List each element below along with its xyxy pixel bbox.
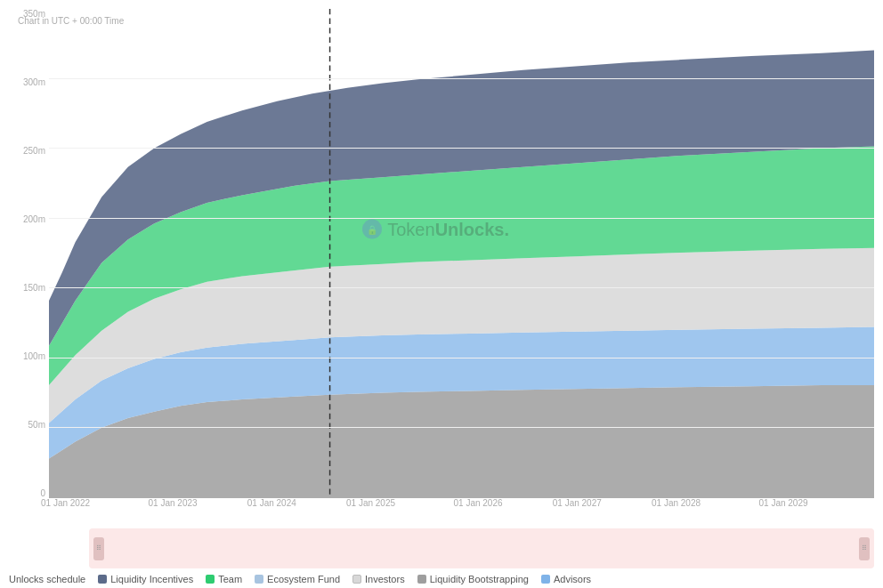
watermark-icon: 🔒 xyxy=(362,220,382,239)
legend-label-liquidity-incentives: Liquidity Incentives xyxy=(110,574,193,584)
legend-item-team: Team xyxy=(206,574,242,584)
y-axis: 0 50m 100m 150m 200m 250m 300m 350m xyxy=(9,9,49,525)
legend-label-ecosystem-fund: Ecosystem Fund xyxy=(267,574,340,584)
y-label: 50m xyxy=(9,420,49,430)
scrollbar-track xyxy=(104,528,859,568)
legend-item-liquidity-bootstrapping: Liquidity Bootstrapping xyxy=(417,574,529,584)
y-label: 250m xyxy=(9,146,49,156)
y-label: 300m xyxy=(9,77,49,87)
y-label: 100m xyxy=(9,351,49,361)
legend-dot-liquidity-incentives xyxy=(98,575,107,584)
legend-label-investors: Investors xyxy=(365,574,405,584)
y-label: 200m xyxy=(9,214,49,224)
legend-dot-liquidity-bootstrapping xyxy=(417,575,426,584)
legend-label-advisors: Advisors xyxy=(554,574,591,584)
x-label-2028: 01 Jan 2028 xyxy=(652,498,701,508)
chart-area: Chart in UTC + 00:00 Time 0 50m 100m 150… xyxy=(9,9,874,525)
legend-label-liquidity-bootstrapping: Liquidity Bootstrapping xyxy=(430,574,529,584)
legend-dot-investors xyxy=(352,575,361,584)
x-label-2026: 01 Jan 2026 xyxy=(454,498,503,508)
watermark-text: TokenUnlocks. xyxy=(387,219,509,239)
legend-dot-ecosystem-fund xyxy=(255,575,263,584)
x-axis: 01 Jan 2022 01 Jan 2023 01 Jan 2024 01 J… xyxy=(49,498,874,525)
y-label: 350m xyxy=(9,9,49,19)
x-label-2022: 01 Jan 2022 xyxy=(41,498,90,508)
scrollbar-handle-left[interactable]: ⠿ xyxy=(93,537,104,560)
legend-item-advisors: Advisors xyxy=(541,574,591,584)
chart-inner: Today 🔒 TokenUnlocks. Today xyxy=(49,9,874,498)
stacked-area-chart: Today xyxy=(49,9,874,498)
scrollbar-handle-right[interactable]: ⠿ xyxy=(859,537,870,560)
x-label-2029: 01 Jan 2029 xyxy=(758,498,807,508)
legend: Unlocks schedule Liquidity Incentives Te… xyxy=(0,574,883,584)
scrollbar[interactable]: ⠿ ⠿ xyxy=(89,528,874,568)
watermark: 🔒 TokenUnlocks. xyxy=(362,219,509,239)
legend-dot-team xyxy=(206,575,215,584)
x-label-2023: 01 Jan 2023 xyxy=(149,498,198,508)
y-label: 0 xyxy=(9,488,49,498)
legend-item-investors: Investors xyxy=(352,574,405,584)
x-label-2025: 01 Jan 2025 xyxy=(346,498,395,508)
unlocks-schedule-label: Unlocks schedule xyxy=(9,574,85,584)
legend-dot-advisors xyxy=(541,575,550,584)
legend-label-team: Team xyxy=(218,574,242,584)
legend-item-liquidity-incentives: Liquidity Incentives xyxy=(98,574,193,584)
legend-item-ecosystem-fund: Ecosystem Fund xyxy=(255,574,340,584)
y-label: 150m xyxy=(9,283,49,293)
x-label-2027: 01 Jan 2027 xyxy=(553,498,602,508)
x-label-2024: 01 Jan 2024 xyxy=(247,498,296,508)
chart-container: Chart in UTC + 00:00 Time 0 50m 100m 150… xyxy=(0,0,883,588)
